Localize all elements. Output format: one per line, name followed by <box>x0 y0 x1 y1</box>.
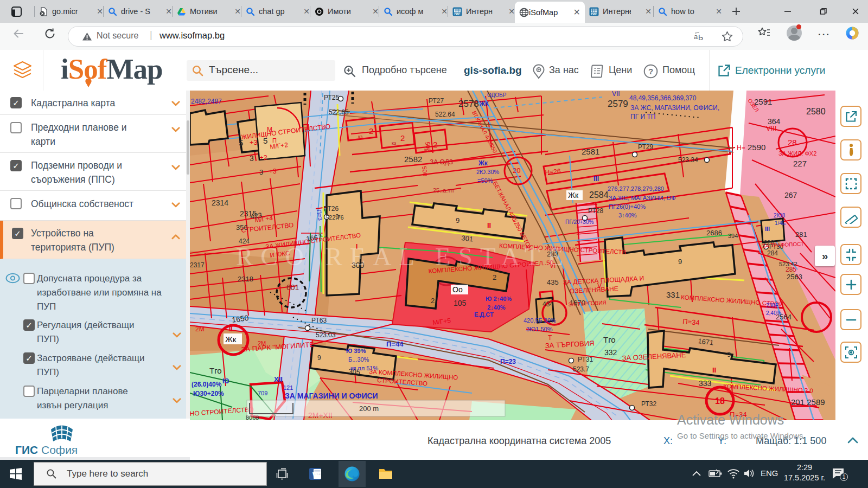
svg-text:2: 2 <box>493 273 496 281</box>
svg-text:500: 500 <box>424 142 432 152</box>
svg-text:2584: 2584 <box>589 190 609 200</box>
svg-text:II: II <box>712 366 716 374</box>
svg-text:332: 332 <box>604 348 617 357</box>
svg-text:RCO REAL ESTATE: RCO REAL ESTATE <box>236 242 571 271</box>
svg-text:2Ю8: 2Ю8 <box>774 213 786 219</box>
svg-text:кз: кз <box>358 134 362 139</box>
svg-text:2Ю.30%: 2Ю.30% <box>476 169 500 175</box>
svg-text:434: 434 <box>542 300 553 308</box>
svg-text:РТ31: РТ31 <box>578 356 593 363</box>
svg-text:РТ25: РТ25 <box>324 94 339 101</box>
svg-text:Тго: Тго <box>209 366 222 375</box>
svg-text:+3: +3 <box>269 168 277 175</box>
svg-text:W: W <box>312 471 320 479</box>
svg-text:ПГ/20+30%: ПГ/20+30% <box>565 219 593 225</box>
svg-text:=50%: =50% <box>477 177 493 184</box>
svg-text:2317: 2317 <box>190 261 205 269</box>
svg-text:3↑40%: 3↑40% <box>618 212 637 219</box>
svg-text:28: 28 <box>788 138 797 147</box>
svg-text:333: 333 <box>699 379 712 388</box>
svg-text:500: 500 <box>421 166 429 177</box>
svg-text:2581: 2581 <box>582 147 599 156</box>
svg-text:121: 121 <box>283 384 293 391</box>
svg-text:523.7: 523.7 <box>573 365 589 373</box>
svg-text:III: III <box>593 175 599 183</box>
svg-text:ЗА ЖС, МАГАЗИНИ, ОФ: ЗА ЖС, МАГАЗИНИ, ОФ <box>609 195 676 201</box>
svg-text:РТ63: РТ63 <box>311 317 327 324</box>
svg-text:ЗА ОДЗ: ЗА ОДЗ <box>430 158 453 166</box>
svg-text:ПГ И ТП: ПГ И ТП <box>630 113 655 120</box>
svg-text:709: 709 <box>258 390 267 396</box>
svg-text:Жк: Жк <box>568 191 579 200</box>
svg-text:П=34: П=34 <box>682 317 700 327</box>
svg-text:Жк: Жк <box>478 159 488 167</box>
svg-text:9: 9 <box>456 216 459 224</box>
svg-text:9: 9 <box>317 354 321 362</box>
svg-text:Ю: Ю <box>222 377 229 385</box>
svg-text:XII: XII <box>274 375 283 383</box>
svg-text:Т: Т <box>548 334 552 342</box>
svg-text:25..а.тп: 25..а.тп <box>433 187 454 194</box>
svg-text:9: 9 <box>727 350 731 358</box>
svg-text:II: II <box>487 221 491 229</box>
svg-text:Оо: Оо <box>452 285 463 294</box>
svg-text:П=3: П=3 <box>316 209 323 221</box>
svg-text:ГИС: ГИС <box>591 12 597 16</box>
svg-text:3: 3 <box>250 154 254 163</box>
svg-text:2: 2 <box>369 126 373 136</box>
svg-text:2582: 2582 <box>404 155 422 164</box>
svg-text:II: II <box>229 325 233 333</box>
svg-text:1/4Е: 1/4Е <box>775 220 786 226</box>
svg-text:(26.0)40%: (26.0)40% <box>192 381 222 388</box>
svg-text:2482,2487: 2482,2487 <box>191 98 222 105</box>
svg-text:кз: кз <box>392 140 396 146</box>
svg-text:П=44: П=44 <box>386 340 404 348</box>
svg-text:2: 2 <box>433 140 437 149</box>
svg-text:ЗА МАГАЗИНИ И ОФИСИ: ЗА МАГАЗИНИ И ОФИСИ <box>285 391 378 400</box>
svg-text:РТ29: РТ29 <box>638 143 653 151</box>
svg-text:2314: 2314 <box>212 198 228 207</box>
svg-text:Н=26: Н=26 <box>545 167 561 176</box>
svg-text:2590: 2590 <box>748 143 765 152</box>
svg-text:Тго: Тго <box>603 335 616 344</box>
svg-text:2: 2 <box>431 297 435 305</box>
svg-text:48,49,356,366,369,370: 48,49,356,366,369,370 <box>629 94 697 102</box>
svg-text:9: 9 <box>678 258 682 266</box>
svg-text:2563: 2563 <box>787 273 802 281</box>
svg-text:Н=: Н= <box>737 144 745 152</box>
svg-text:238Е: 238Е <box>766 303 779 309</box>
svg-text:VII: VII <box>612 91 620 98</box>
svg-text:ЗА ЖС, МАГАЗИНИ, ОФИСИ,: ЗА ЖС, МАГАЗИНИ, ОФИСИ, <box>630 104 719 112</box>
svg-text:Ю30+20%: Ю30+20% <box>193 390 224 397</box>
svg-text:?: ? <box>648 67 653 76</box>
svg-text:ЗА ЖИЛ. ФХ2: ЗА ЖИЛ. ФХ2 <box>778 150 816 157</box>
svg-text:601: 601 <box>286 283 299 292</box>
svg-text:2,40%: 2,40% <box>766 310 781 316</box>
svg-text:227: 227 <box>793 159 807 168</box>
svg-text:РТ26: РТ26 <box>323 205 339 213</box>
svg-text:3Ю1.50%: 3Ю1.50% <box>526 326 553 332</box>
svg-text:2578: 2578 <box>458 99 479 109</box>
svg-text:ГИС: ГИС <box>454 12 460 16</box>
svg-text:285: 285 <box>786 266 796 273</box>
svg-text:+2: +2 <box>259 153 267 162</box>
svg-text:420,5Б 30%: 420,5Б 30% <box>524 317 556 324</box>
svg-text:201 2589: 201 2589 <box>791 397 825 407</box>
svg-text:3: 3 <box>259 168 263 176</box>
svg-text:Жк: Жк <box>225 335 237 344</box>
svg-text:III: III <box>765 226 770 232</box>
svg-text:435: 435 <box>547 278 559 286</box>
svg-text:2↓40%: 2↓40% <box>487 304 506 311</box>
svg-text:РТ32: РТ32 <box>641 400 656 408</box>
svg-text:2М: 2М <box>258 340 266 346</box>
svg-text:VIII: VIII <box>766 124 777 132</box>
svg-text:18: 18 <box>715 396 725 406</box>
svg-text:2: 2 <box>400 133 405 143</box>
svg-text:301: 301 <box>461 234 474 243</box>
svg-text:ОДОБР: ОДОБР <box>487 92 507 98</box>
svg-text:522.64: 522.64 <box>435 111 455 118</box>
svg-text:ЖК: ЖК <box>479 100 489 107</box>
svg-text:РТ27: РТ27 <box>429 97 444 105</box>
svg-text:Б...30%: Б...30% <box>348 356 369 363</box>
svg-text:ПГ26(0)+40%: ПГ26(0)+40% <box>609 203 646 210</box>
